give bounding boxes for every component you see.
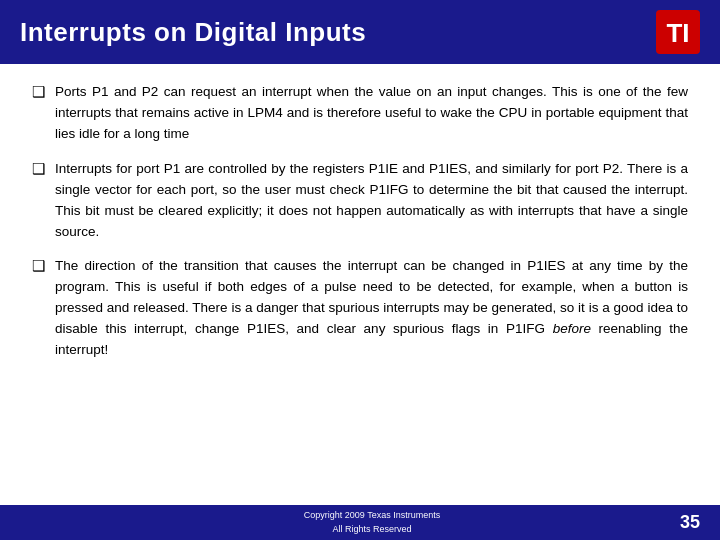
ti-logo-icon: TI [656, 10, 700, 54]
page-title: Interrupts on Digital Inputs [20, 17, 366, 48]
footer-page-number: 35 [680, 512, 700, 533]
bullet-icon-1: ❑ [32, 83, 45, 101]
bullet-text-3: The direction of the transition that cau… [55, 256, 688, 361]
footer-copyright: Copyright 2009 Texas Instruments All Rig… [304, 509, 440, 536]
bullet-item-1: ❑ Ports P1 and P2 can request an interru… [32, 82, 688, 145]
bullet-text-1: Ports P1 and P2 can request an interrupt… [55, 82, 688, 145]
bullet-text-2: Interrupts for port P1 are controlled by… [55, 159, 688, 243]
page: Interrupts on Digital Inputs TI ❑ Ports … [0, 0, 720, 540]
bullet-item-2: ❑ Interrupts for port P1 are controlled … [32, 159, 688, 243]
bullet-icon-2: ❑ [32, 160, 45, 178]
footer-copyright-line2: All Rights Reserved [332, 524, 411, 534]
bullet-icon-3: ❑ [32, 257, 45, 275]
footer: Copyright 2009 Texas Instruments All Rig… [0, 505, 720, 540]
header: Interrupts on Digital Inputs TI [0, 0, 720, 64]
bullet-item-3: ❑ The direction of the transition that c… [32, 256, 688, 361]
svg-text:TI: TI [666, 18, 689, 48]
bullet-text-3-italic: before [553, 321, 591, 336]
content-area: ❑ Ports P1 and P2 can request an interru… [0, 64, 720, 505]
footer-copyright-line1: Copyright 2009 Texas Instruments [304, 510, 440, 520]
